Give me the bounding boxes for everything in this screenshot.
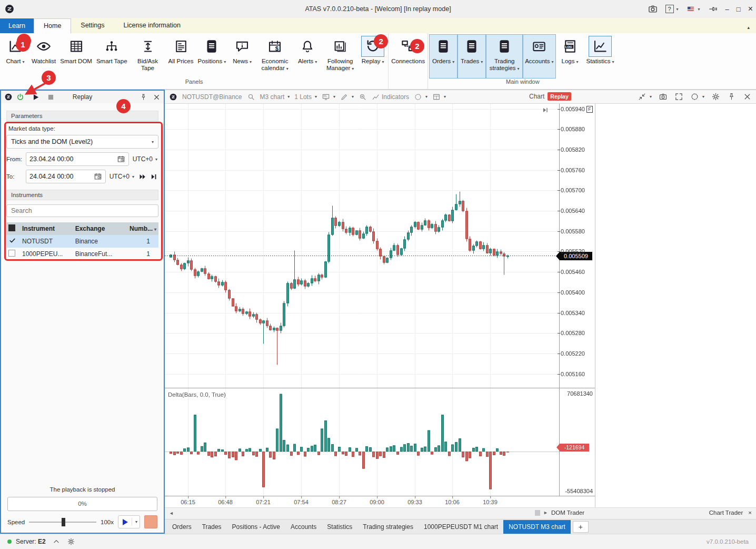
jump-to-latest-icon[interactable]	[541, 106, 550, 114]
restore-window-dropdown[interactable]: ▾	[638, 92, 652, 101]
sync-group-dropdown[interactable]: ▾	[414, 93, 427, 101]
bottom-tab-trading-strategies[interactable]: Trading strategies	[357, 520, 419, 534]
ribbon-item-replay[interactable]: 2Replay▾	[359, 34, 387, 79]
timeframe-dropdown[interactable]: M3 chart▾	[260, 93, 290, 101]
lots-dropdown[interactable]: 1 Lots▾	[294, 93, 317, 101]
row-checkbox[interactable]	[8, 250, 15, 257]
ribbon-item-smart-dom[interactable]: Smart DOM	[58, 34, 94, 79]
scroll-left-arrow[interactable]: ◄	[169, 511, 174, 516]
bottom-tab-accounts[interactable]: Accounts	[285, 520, 322, 534]
delta-indicator-panel[interactable]: Delta(Bars, 0.0, True) 70681340 -5540830…	[165, 388, 595, 496]
indicators-button[interactable]: Indicators	[372, 93, 409, 101]
fullscreen-icon[interactable]	[674, 92, 683, 101]
row-checkbox-checked[interactable]	[8, 237, 16, 244]
ribbon-item-bid-ask-tape[interactable]: Bid/Ask Tape	[130, 34, 166, 79]
instrument-row-notusdt[interactable]: NOTUSDTBinance1	[6, 235, 158, 248]
playback-progress-bar[interactable]: 0%	[7, 497, 157, 511]
fixed-scale-marker[interactable]: F	[586, 106, 593, 113]
price-chart-plot[interactable]	[165, 104, 559, 388]
drawing-tools-dropdown[interactable]: ▾	[340, 93, 354, 101]
calendar-icon[interactable]	[94, 172, 102, 181]
language-flag-icon[interactable]: ▾	[686, 5, 700, 13]
close-panel-icon[interactable]	[153, 93, 161, 101]
ribbon-item-smart-tape[interactable]: Smart Tape	[94, 34, 130, 79]
ribbon-tab-settings[interactable]: Settings	[71, 18, 114, 33]
scrollbar-thumb[interactable]	[535, 510, 540, 516]
close-button[interactable]: ×	[748, 4, 753, 14]
time-axis[interactable]: 06:1506:4807:2107:5408:2709:0009:3310:06…	[165, 496, 595, 507]
workspace-tab-strip: OrdersTradesPositions - ActiveAccountsSt…	[165, 519, 756, 534]
ribbon-item-label: Bid/Ask Tape	[132, 58, 164, 71]
layout-dropdown[interactable]: ▾	[432, 93, 446, 101]
close-chart-icon[interactable]	[743, 92, 752, 101]
zoom-in-icon[interactable]	[359, 93, 367, 101]
to-date-input[interactable]	[29, 173, 94, 180]
speed-slider[interactable]	[29, 517, 96, 527]
chart-trader-close-icon[interactable]: ×	[748, 509, 752, 516]
market-data-type-dropdown[interactable]: Ticks and the DOM (Level2)▾	[6, 135, 158, 149]
chart-symbol-label[interactable]: NOTUSDT@Binance	[182, 93, 242, 101]
ribbon-item-following-manager[interactable]: Following Manager▾	[322, 34, 359, 79]
ribbon-item-accounts[interactable]: Accounts▾	[523, 34, 555, 79]
ribbon-tab-learn[interactable]: Learn	[0, 18, 34, 33]
ribbon-item-positions[interactable]: Positions▾	[195, 34, 228, 79]
select-all-checkbox[interactable]	[8, 224, 15, 231]
from-timezone-dropdown[interactable]: UTC+0▾	[132, 155, 158, 163]
settings-gear-icon[interactable]	[711, 92, 720, 101]
bottom-tab-trades[interactable]: Trades	[197, 520, 227, 534]
pin-on-top-icon[interactable]	[708, 4, 718, 14]
minimize-button[interactable]: –	[725, 5, 729, 13]
screenshot-icon[interactable]	[648, 4, 658, 14]
screenshot-icon[interactable]	[659, 92, 668, 101]
to-date-field[interactable]	[26, 170, 106, 183]
from-date-input[interactable]	[29, 155, 117, 163]
instruments-table-header[interactable]: Instrument Exchange Numb...▾	[6, 222, 158, 235]
instrument-row-1000pepeu[interactable]: 1000PEPEU...BinanceFut...1	[6, 248, 158, 260]
bottom-tab-notusdt-m3-chart[interactable]: NOTUSDT M3 chart	[503, 520, 571, 534]
ribbon-item-news[interactable]: News▾	[228, 34, 256, 79]
maximize-button[interactable]: □	[737, 5, 741, 13]
ribbon-item-trading-strategies[interactable]: Trading strategies▾	[486, 34, 523, 79]
skip-forward-icon[interactable]	[138, 172, 147, 181]
scroll-right-arrow[interactable]: ►	[543, 510, 548, 515]
collapse-chevron-icon[interactable]	[52, 537, 61, 546]
instrument-search-input[interactable]	[11, 207, 154, 214]
ribbon-item-statistics[interactable]: Statistics▾	[584, 34, 616, 79]
link-group-dropdown[interactable]: ▾	[690, 92, 704, 101]
ribbon-item-orders[interactable]: Orders▾	[429, 34, 457, 79]
ribbon-tab-home[interactable]: Home	[34, 18, 71, 33]
dom-trader-toggle[interactable]: DOM Trader	[551, 509, 584, 516]
bottom-tab-positions-active[interactable]: Positions - Active	[227, 520, 285, 534]
chart-view-dropdown[interactable]: ▾	[322, 93, 335, 101]
column-header-exchange[interactable]: Exchange	[73, 222, 122, 235]
ribbon-collapse-icon[interactable]: ▴	[747, 25, 750, 30]
column-header-number[interactable]: Numb...▾	[122, 222, 158, 235]
ribbon-item-economic-calendar[interactable]: $Economic calendar▾	[256, 34, 293, 79]
chart-trader-toggle[interactable]: Chart Trader	[709, 509, 743, 516]
ribbon-item-logs[interactable]: LOGLogs▾	[556, 34, 584, 79]
ribbon-item-all-prices[interactable]: All Prices	[166, 34, 196, 79]
instrument-search-field[interactable]	[6, 204, 158, 217]
skip-to-end-icon[interactable]	[150, 172, 158, 181]
search-icon[interactable]	[247, 93, 255, 101]
column-header-instrument[interactable]: Instrument	[20, 222, 73, 235]
pin-icon[interactable]	[140, 93, 147, 101]
speed-slider-handle[interactable]	[62, 518, 65, 526]
ribbon-tab-license-information[interactable]: License information	[114, 18, 190, 33]
playback-play-button[interactable]: ▾	[118, 515, 140, 528]
docfill-icon	[200, 36, 223, 57]
ribbon-item-alerts[interactable]: Alerts▾	[293, 34, 322, 79]
settings-gear-icon[interactable]	[67, 537, 75, 546]
help-button[interactable]: ?▾	[665, 5, 679, 13]
calendar-icon[interactable]	[117, 155, 125, 163]
from-date-field[interactable]	[26, 152, 129, 166]
price-axis[interactable]: F 0.005509 0.0059400.0058800.0058200.005…	[559, 104, 595, 388]
ribbon-item-trades[interactable]: Trades▾	[457, 34, 486, 79]
bottom-tab-orders[interactable]: Orders	[167, 520, 197, 534]
pin-icon[interactable]	[727, 92, 736, 101]
record-stop-button[interactable]	[144, 515, 157, 528]
add-tab-button[interactable]: +	[573, 521, 589, 533]
bottom-tab-1000pepeusdt-m1-chart[interactable]: 1000PEPEUSDT M1 chart	[419, 520, 503, 534]
bottom-tab-statistics[interactable]: Statistics	[322, 520, 357, 534]
to-timezone-dropdown[interactable]: UTC+0▾	[108, 173, 135, 180]
